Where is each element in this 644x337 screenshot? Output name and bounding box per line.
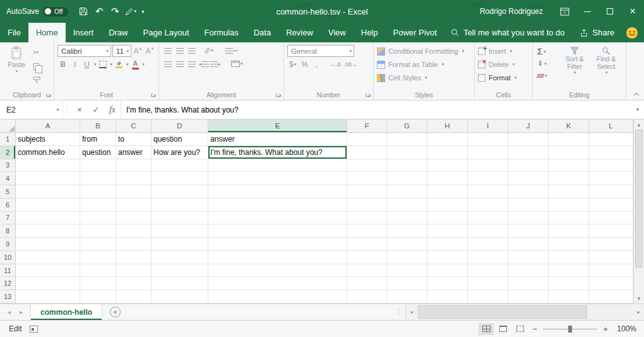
cell-J11[interactable] [508,264,549,278]
column-header-J[interactable]: J [508,119,549,133]
scroll-right-button[interactable]: ▸ [633,304,644,320]
paste-button[interactable]: Paste ▾ [3,45,30,90]
horizontal-scroll-track[interactable] [417,304,633,320]
cell-B5[interactable] [80,185,116,199]
cell-D4[interactable] [152,172,208,185]
share-button[interactable]: Share [580,23,614,42]
cell-B12[interactable] [80,277,116,290]
scroll-left-button[interactable]: ◂ [406,304,417,320]
autosum-button[interactable]: Σ▾ [536,46,559,57]
cell-E8[interactable] [208,224,347,238]
cell-C13[interactable] [116,290,152,303]
ribbon-tab-view[interactable]: View [321,23,354,42]
scroll-up-button[interactable]: ▲ [634,119,644,130]
ink-pen-button[interactable]: ▾ [123,3,138,20]
shrink-font-button[interactable]: A▼ [145,46,155,57]
cell-L13[interactable] [589,290,633,303]
column-header-H[interactable]: H [427,119,468,133]
cell-G6[interactable] [387,199,427,212]
row-header-9[interactable]: 9 [0,238,16,251]
redo-button[interactable]: ↷ [107,3,122,20]
customize-quick-access-button[interactable]: ▾ [139,3,146,20]
page-layout-view-button[interactable] [496,323,511,335]
cell-G3[interactable] [387,159,427,173]
cell-A6[interactable] [16,199,80,212]
row-header-11[interactable]: 11 [0,264,16,278]
ribbon-tab-draw[interactable]: Draw [101,23,135,42]
font-size-select[interactable]: 11 ▾ [112,45,131,57]
sort-filter-button[interactable]: Sort & Filter ▾ [559,45,590,90]
cell-D6[interactable] [152,199,208,212]
column-header-I[interactable]: I [468,119,508,133]
ribbon-tab-insert[interactable]: Insert [66,23,102,42]
cell-J6[interactable] [508,199,549,212]
wrap-text-button[interactable]: ↩ [225,45,238,56]
cell-H11[interactable] [427,264,468,278]
cell-I1[interactable] [468,133,508,146]
cell-G2[interactable] [387,146,427,159]
percent-style-button[interactable]: % [299,59,310,70]
cell-E13[interactable] [208,290,347,303]
active-cell[interactable]: I'm fine, thanks. What about you? [208,146,347,159]
cell-L6[interactable] [589,199,633,212]
cell-B1[interactable]: from [80,133,116,146]
normal-view-button[interactable] [479,323,494,335]
clear-button[interactable]: ▾ [536,70,559,81]
cell-I11[interactable] [468,264,508,278]
cell-E3[interactable] [208,159,347,173]
cell-G13[interactable] [387,290,427,303]
align-left-button[interactable] [162,58,173,70]
font-name-select[interactable]: Calibri ▾ [57,45,111,57]
copy-button[interactable] [31,61,42,72]
cell-H8[interactable] [427,224,468,238]
cell-L7[interactable] [589,212,633,225]
cell-C8[interactable] [116,224,152,238]
cell-K4[interactable] [549,172,589,185]
select-all-button[interactable] [0,119,16,133]
find-select-button[interactable]: Find & Select ▾ [590,45,622,90]
cell-C1[interactable]: to [116,133,152,146]
zoom-out-button[interactable]: − [530,324,540,334]
row-header-5[interactable]: 5 [0,185,16,199]
column-header-L[interactable]: L [589,119,633,133]
feedback-button[interactable] [626,23,638,42]
cell-H1[interactable] [427,133,468,146]
cell-D8[interactable] [152,224,208,238]
cell-G7[interactable] [387,212,427,225]
formula-input[interactable]: I'm fine, thanks. What about you? [121,101,631,119]
cell-B4[interactable] [80,172,116,185]
cell-I3[interactable] [468,159,508,173]
cell-D5[interactable] [152,185,208,199]
delete-cells-button[interactable]: Delete ▾ [478,59,529,70]
cell-J2[interactable] [508,146,549,159]
column-header-F[interactable]: F [347,119,387,133]
ribbon-tab-data[interactable]: Data [246,23,278,42]
cell-F4[interactable] [347,172,387,185]
cell-K10[interactable] [549,251,589,264]
cell-F2[interactable] [347,146,387,159]
cell-E10[interactable] [208,251,347,264]
cell-C4[interactable] [116,172,152,185]
cut-button[interactable]: ✂ [31,47,42,58]
cell-D12[interactable] [152,277,208,290]
cell-D10[interactable] [152,251,208,264]
cell-L9[interactable] [589,238,633,251]
previous-sheet-button[interactable]: ◂ [8,309,11,316]
font-dialog-launcher[interactable] [150,91,157,98]
cell-F13[interactable] [347,290,387,303]
cell-K3[interactable] [549,159,589,173]
alignment-dialog-launcher[interactable] [275,91,282,98]
cell-B3[interactable] [80,159,116,173]
bold-button[interactable]: B [57,59,68,70]
cell-F5[interactable] [347,185,387,199]
next-sheet-button[interactable]: ▸ [20,309,23,316]
cell-D13[interactable] [152,290,208,303]
fill-button[interactable]: ⬇▾ [536,58,559,69]
cell-A2[interactable]: common.hello [16,146,80,159]
cell-A1[interactable]: subjects [16,133,80,146]
row-header-3[interactable]: 3 [0,159,16,173]
ribbon-tab-help[interactable]: Help [354,23,386,42]
cell-I6[interactable] [468,199,508,212]
insert-function-button[interactable]: fx [104,101,121,119]
cell-H6[interactable] [427,199,468,212]
